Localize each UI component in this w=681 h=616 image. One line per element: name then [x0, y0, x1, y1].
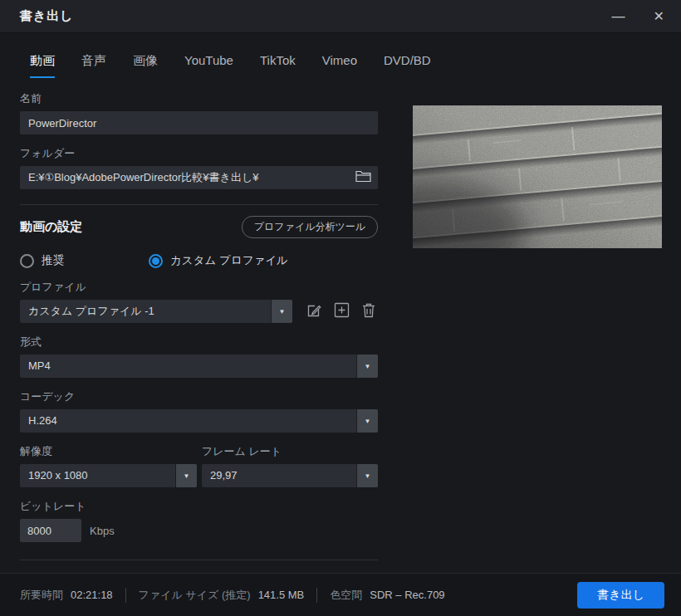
divider	[20, 204, 378, 205]
profile-actions	[305, 302, 378, 320]
folder-input-wrap	[20, 166, 378, 189]
profile-mode-radios: 推奨 カスタム プロファイル	[20, 253, 378, 268]
resolution-label: 解像度	[20, 444, 197, 459]
codec-select-value: H.264	[20, 409, 356, 433]
titlebar: 書き出し — ✕	[0, 0, 681, 33]
colorspace-value: SDR – Rec.709	[370, 589, 444, 601]
tab-dvdbd[interactable]: DVD/BD	[384, 53, 431, 78]
framerate-select-value: 29,97	[202, 464, 356, 487]
codec-label: コーデック	[20, 389, 378, 404]
radio-recommended[interactable]: 推奨	[20, 253, 64, 268]
separator	[316, 588, 317, 603]
chevron-down-icon[interactable]: ▼	[356, 409, 378, 433]
export-form: 名前 フォルダー 動画の設定 プロファイル分析ツール 推奨 カスタム プロファイ…	[20, 91, 378, 598]
duration-value: 02:21:18	[71, 589, 113, 601]
edit-icon	[306, 302, 322, 321]
separator	[125, 588, 126, 603]
settings-heading: 動画の設定	[20, 219, 82, 235]
trash-icon	[361, 302, 376, 321]
tab-tiktok[interactable]: TikTok	[260, 53, 296, 78]
chevron-down-icon[interactable]: ▼	[356, 464, 378, 487]
chevron-down-icon[interactable]: ▼	[271, 300, 292, 323]
bitrate-label: ビットレート	[20, 499, 378, 514]
add-profile-button[interactable]	[332, 302, 350, 320]
statusbar: 所要時間 02:21:18 ファイル サイズ (推定) 141.5 MB 色空間…	[0, 573, 681, 616]
profile-label: プロファイル	[20, 280, 378, 295]
bitrate-unit: Kbps	[90, 525, 115, 537]
window-controls: — ✕	[609, 7, 668, 27]
name-label: 名前	[20, 91, 378, 106]
tab-youtube[interactable]: YouTube	[184, 53, 233, 78]
folder-label: フォルダー	[20, 146, 378, 161]
format-select-value: MP4	[20, 354, 356, 378]
folder-icon	[355, 170, 371, 185]
colorspace-label: 色空間	[330, 588, 362, 603]
filesize-value: 141.5 MB	[258, 589, 305, 601]
resolution-select[interactable]: 1920 x 1080 ▼	[20, 464, 197, 487]
export-button[interactable]: 書き出し	[577, 582, 664, 609]
framerate-label: フレーム レート	[202, 444, 378, 459]
profile-row: カスタム プロファイル -1 ▼	[20, 300, 378, 323]
bitrate-input[interactable]	[20, 519, 81, 542]
tab-video[interactable]: 動画	[30, 53, 55, 78]
name-input[interactable]	[20, 111, 378, 134]
plus-icon	[334, 302, 350, 320]
radio-custom-profile[interactable]: カスタム プロファイル	[149, 253, 288, 268]
profile-select-value: カスタム プロファイル -1	[20, 300, 271, 323]
preview-image	[413, 105, 662, 248]
window-title: 書き出し	[20, 8, 74, 24]
filesize-label: ファイル サイズ (推定)	[139, 588, 251, 603]
radio-custom-circle[interactable]	[149, 254, 163, 268]
resolution-framerate-row: 解像度 1920 x 1080 ▼ フレーム レート 29,97 ▼	[20, 433, 378, 487]
chevron-down-icon[interactable]: ▼	[175, 464, 197, 487]
codec-select[interactable]: H.264 ▼	[20, 409, 378, 433]
radio-custom-label: カスタム プロファイル	[170, 253, 288, 268]
profile-analyzer-button[interactable]: プロファイル分析ツール	[242, 216, 378, 238]
format-select[interactable]: MP4 ▼	[20, 354, 378, 378]
format-label: 形式	[20, 335, 378, 350]
divider	[20, 560, 378, 560]
radio-recommended-circle[interactable]	[20, 254, 34, 268]
tab-vimeo[interactable]: Vimeo	[322, 53, 357, 78]
folder-input[interactable]	[20, 166, 378, 189]
browse-folder-button[interactable]	[353, 169, 373, 187]
edit-profile-button[interactable]	[305, 302, 323, 320]
minimize-icon[interactable]: —	[609, 7, 629, 27]
close-icon[interactable]: ✕	[650, 7, 668, 27]
bitrate-row: Kbps	[20, 519, 378, 542]
resolution-select-value: 1920 x 1080	[20, 464, 175, 487]
tab-bar: 動画 音声 画像 YouTube TikTok Vimeo DVD/BD	[30, 53, 431, 78]
radio-recommended-label: 推奨	[42, 253, 64, 268]
delete-profile-button[interactable]	[360, 302, 378, 320]
chevron-down-icon[interactable]: ▼	[356, 354, 378, 378]
profile-select[interactable]: カスタム プロファイル -1 ▼	[20, 300, 292, 323]
settings-header: 動画の設定 プロファイル分析ツール	[20, 216, 378, 238]
framerate-select[interactable]: 29,97 ▼	[202, 464, 378, 487]
tab-image[interactable]: 画像	[133, 53, 158, 78]
duration-label: 所要時間	[20, 588, 63, 603]
tab-audio[interactable]: 音声	[81, 53, 106, 78]
